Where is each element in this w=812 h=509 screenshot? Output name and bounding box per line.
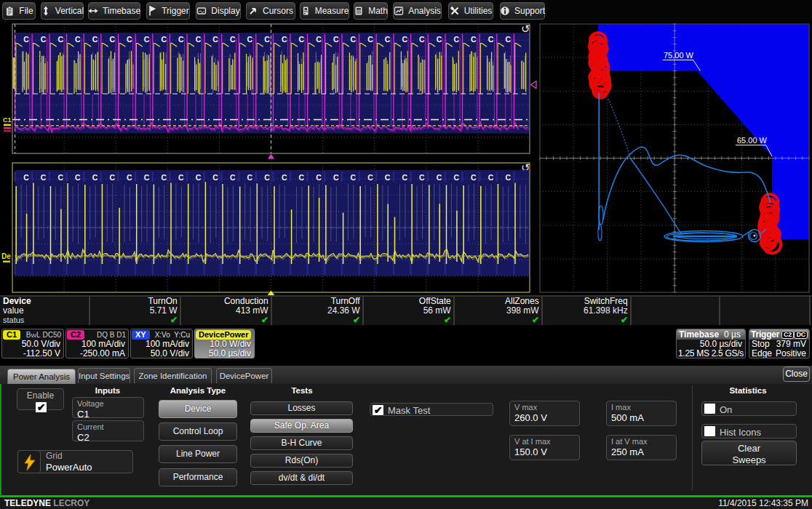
svg-text:C: C bbox=[453, 35, 459, 44]
svg-text:C: C bbox=[75, 173, 81, 182]
svg-text:C: C bbox=[488, 35, 494, 44]
svg-text:C: C bbox=[196, 35, 202, 44]
svg-text:C: C bbox=[178, 35, 184, 44]
svg-text:C: C bbox=[367, 173, 373, 182]
svg-text:C: C bbox=[316, 173, 322, 182]
svg-text:C: C bbox=[127, 173, 132, 182]
svg-text:C: C bbox=[109, 35, 115, 44]
svg-text:C: C bbox=[75, 35, 81, 44]
svg-text:C: C bbox=[212, 35, 218, 44]
svg-text:C: C bbox=[402, 35, 408, 44]
svg-text:C: C bbox=[471, 173, 477, 182]
svg-text:C: C bbox=[282, 173, 287, 182]
svg-text:C: C bbox=[212, 173, 218, 182]
svg-text:C: C bbox=[385, 173, 391, 182]
svg-text:C: C bbox=[247, 35, 253, 44]
svg-text:C: C bbox=[333, 173, 339, 182]
svg-text:C: C bbox=[333, 35, 339, 44]
svg-text:C: C bbox=[41, 35, 47, 44]
svg-text:C: C bbox=[316, 35, 322, 44]
svg-text:C: C bbox=[437, 173, 442, 182]
svg-text:C: C bbox=[453, 173, 459, 182]
svg-text:C: C bbox=[230, 173, 236, 182]
svg-text:C: C bbox=[144, 173, 150, 182]
svg-text:C: C bbox=[385, 35, 391, 44]
svg-text:C: C bbox=[127, 35, 132, 44]
svg-text:C: C bbox=[23, 35, 29, 44]
svg-text:C: C bbox=[264, 173, 270, 182]
svg-text:De: De bbox=[1, 252, 11, 260]
svg-text:C: C bbox=[247, 173, 253, 182]
svg-text:C: C bbox=[264, 35, 270, 44]
svg-text:C: C bbox=[402, 173, 408, 182]
svg-text:C1: C1 bbox=[3, 116, 12, 124]
svg-text:C: C bbox=[92, 35, 98, 44]
svg-text:C: C bbox=[161, 35, 167, 44]
svg-text:C: C bbox=[367, 35, 373, 44]
svg-text:C: C bbox=[437, 35, 442, 44]
svg-text:C: C bbox=[299, 173, 305, 182]
svg-text:C: C bbox=[144, 35, 150, 44]
svg-text:C: C bbox=[58, 35, 64, 44]
svg-text:C: C bbox=[161, 173, 167, 182]
svg-text:75.00 W: 75.00 W bbox=[664, 51, 694, 60]
svg-text:C: C bbox=[419, 35, 425, 44]
svg-text:C: C bbox=[23, 173, 29, 182]
svg-text:C: C bbox=[505, 173, 511, 182]
svg-text:C: C bbox=[351, 35, 357, 44]
svg-text:C: C bbox=[299, 35, 305, 44]
svg-text:C: C bbox=[351, 173, 357, 182]
svg-text:C: C bbox=[196, 173, 202, 182]
svg-text:C: C bbox=[230, 35, 236, 44]
svg-text:C: C bbox=[282, 35, 287, 44]
svg-text:C: C bbox=[419, 173, 425, 182]
svg-text:C: C bbox=[471, 35, 477, 44]
svg-text:C: C bbox=[41, 173, 47, 182]
svg-text:C: C bbox=[488, 173, 494, 182]
svg-text:C: C bbox=[178, 173, 184, 182]
svg-text:C: C bbox=[58, 173, 64, 182]
svg-text:↺: ↺ bbox=[521, 23, 530, 35]
svg-text:65.00 W: 65.00 W bbox=[737, 136, 768, 145]
svg-text:C: C bbox=[505, 35, 511, 44]
svg-text:C: C bbox=[92, 173, 98, 182]
svg-text:C: C bbox=[109, 173, 115, 182]
